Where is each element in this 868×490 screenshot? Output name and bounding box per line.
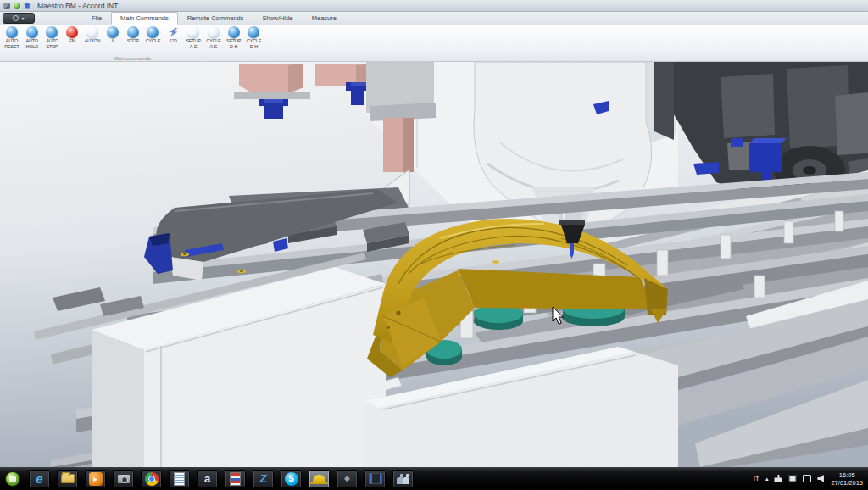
app-icon[interactable] xyxy=(3,3,10,9)
taskbar: e ▸ a Z S ◆ IT ▴ 16:05 27/01/2015 xyxy=(0,467,868,490)
auto-reset-button[interactable]: AUTO RESET xyxy=(2,25,22,56)
home-icon[interactable] xyxy=(24,3,31,9)
cycle-ae-button[interactable]: CYCLE A-E xyxy=(203,25,224,56)
white-sphere-icon xyxy=(86,26,98,38)
status-green-icon[interactable] xyxy=(14,3,20,9)
ribbon-tab-row: ▾ File Main Commands Remote Commands Sho… xyxy=(0,12,868,25)
application-menu-button[interactable]: ▾ xyxy=(3,13,35,24)
utility-app-icon: ◆ xyxy=(344,475,350,482)
cycle-button[interactable]: CYCLE xyxy=(143,25,164,56)
network-icon[interactable] xyxy=(774,475,782,482)
emergency-button[interactable]: EM xyxy=(62,25,82,56)
taskbar-item-internet-explorer[interactable]: e xyxy=(29,470,50,488)
striped-document-icon xyxy=(230,472,241,486)
command-buttons: AUTO RESET AUTO HOLD AUTO STOP EM AUXON xyxy=(2,25,264,56)
hard-hat-icon xyxy=(313,475,326,482)
system-tray: IT ▴ xyxy=(754,475,826,482)
film-icon xyxy=(369,473,382,484)
red-sphere-icon xyxy=(66,26,78,38)
ribbon-tabs: File Main Commands Remote Commands Show/… xyxy=(82,12,346,25)
media-player-icon: ▸ xyxy=(89,472,103,486)
taskbar-item-chrome[interactable] xyxy=(141,470,162,488)
tab-remote-commands[interactable]: Remote Commands xyxy=(178,12,253,25)
button-120[interactable]: 120 xyxy=(163,25,183,56)
title-bar: Maestro BM - Accord INT xyxy=(0,0,868,12)
chevron-down-icon: ▾ xyxy=(21,16,24,21)
auto-hold-button[interactable]: AUTO HOLD xyxy=(22,25,42,56)
taskbar-item-contacts-app[interactable] xyxy=(392,470,414,488)
tab-file[interactable]: File xyxy=(82,12,111,25)
ribbon-group-label: Main commands xyxy=(0,56,264,61)
setup-ae-button[interactable]: SETUP A-E xyxy=(183,25,203,56)
blue-sphere-icon xyxy=(26,26,38,38)
document-icon xyxy=(174,472,185,486)
machine-3d-viewport[interactable] xyxy=(0,62,868,467)
white-sphere-icon xyxy=(187,26,199,38)
taskbar-item-utility-app[interactable]: ◆ xyxy=(337,470,358,488)
screen: Maestro BM - Accord INT ▾ File Main Comm… xyxy=(0,0,868,490)
taskbar-item-cad-app[interactable]: Z xyxy=(253,470,274,488)
taskbar-item-media-player[interactable]: ▸ xyxy=(85,470,106,488)
gear-icon xyxy=(13,15,19,21)
start-button[interactable] xyxy=(5,471,20,487)
clock-date: 27/01/2015 xyxy=(831,479,863,487)
white-sphere-icon xyxy=(208,26,220,38)
display-icon[interactable] xyxy=(803,475,811,482)
taskbar-item-maestro-cnc[interactable] xyxy=(309,470,330,488)
ribbon-main-commands-group: AUTO RESET AUTO HOLD AUTO STOP EM AUXON xyxy=(0,25,868,62)
slash-button[interactable]: // xyxy=(103,25,123,56)
clock-time: 16:05 xyxy=(831,471,863,479)
blue-sphere-icon xyxy=(127,26,139,38)
window-title: Maestro BM - Accord INT xyxy=(37,2,118,10)
taskbar-item-document-app[interactable] xyxy=(225,470,246,488)
taskbar-item-app-a[interactable]: a xyxy=(197,470,218,488)
auto-stop-button[interactable]: AUTO STOP xyxy=(42,25,63,56)
internet-explorer-icon: e xyxy=(36,472,42,485)
blue-sphere-icon xyxy=(147,26,159,38)
blue-sphere-icon xyxy=(248,26,259,38)
taskbar-item-file-explorer[interactable] xyxy=(57,470,78,488)
chrome-icon xyxy=(145,472,159,486)
camera-icon xyxy=(118,475,130,483)
blue-sphere-icon xyxy=(46,26,58,38)
blue-sphere-icon xyxy=(6,26,18,38)
language-indicator[interactable]: IT xyxy=(754,475,760,482)
folder-icon xyxy=(61,474,75,483)
skype-icon: S xyxy=(285,472,298,486)
setup-dh-button[interactable]: SETUP D-H xyxy=(224,25,244,56)
stop-button[interactable]: STOP xyxy=(123,25,143,56)
tab-show-hide[interactable]: Show/Hide xyxy=(253,12,302,25)
app-a-icon: a xyxy=(204,473,210,484)
taskbar-item-photo-app[interactable] xyxy=(113,470,134,488)
taskbar-item-text-editor[interactable] xyxy=(169,470,190,488)
battery-icon[interactable] xyxy=(788,475,797,482)
lightning-icon xyxy=(167,26,179,38)
taskbar-item-skype[interactable]: S xyxy=(281,470,302,488)
cad-app-icon: Z xyxy=(260,473,267,484)
taskbar-item-video-app[interactable] xyxy=(364,470,386,488)
tab-measure[interactable]: Measure xyxy=(303,12,346,25)
people-icon xyxy=(397,473,410,484)
blue-sphere-icon xyxy=(107,26,119,38)
auxon-button[interactable]: AUXON xyxy=(82,25,103,56)
volume-icon[interactable] xyxy=(817,475,826,482)
cycle-dh-button[interactable]: CYCLE D-H xyxy=(244,25,264,56)
clock[interactable]: 16:05 27/01/2015 xyxy=(831,471,863,487)
tab-main-commands[interactable]: Main Commands xyxy=(111,12,178,25)
group-divider xyxy=(264,26,264,58)
blue-sphere-icon xyxy=(228,26,240,38)
hidden-icons-button[interactable]: ▴ xyxy=(765,476,769,482)
